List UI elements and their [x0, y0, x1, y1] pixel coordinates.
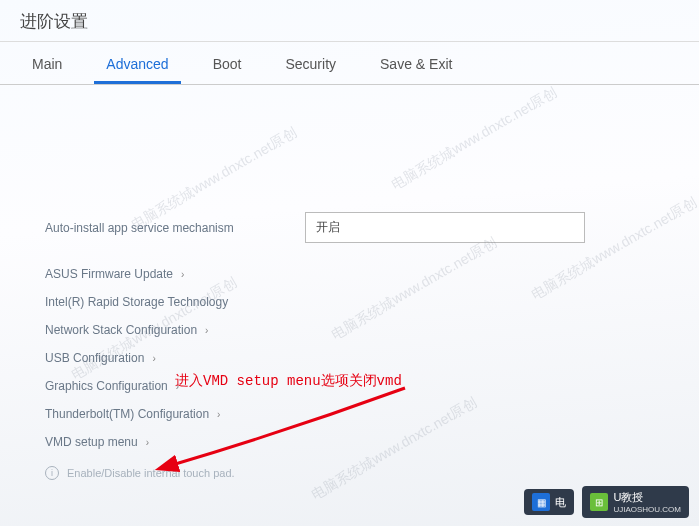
tab-save-exit[interactable]: Save & Exit [358, 42, 474, 84]
row-usb-config[interactable]: USB Configuration › [45, 344, 654, 372]
logo-left: ▦ 电 [524, 489, 574, 515]
auto-install-label: Auto-install app service mechanism [45, 221, 305, 235]
chevron-right-icon: › [146, 437, 149, 448]
annotation-text: 进入VMD setup menu选项关闭vmd [175, 372, 402, 390]
info-icon: i [45, 466, 59, 480]
logo-left-icon: ▦ [532, 493, 550, 511]
tab-main[interactable]: Main [10, 42, 84, 84]
chevron-right-icon: › [217, 409, 220, 420]
logo-right-text: U教授 [613, 491, 643, 503]
tab-bar: Main Advanced Boot Security Save & Exit [0, 42, 699, 85]
vmd-setup-label: VMD setup menu [45, 435, 138, 449]
logo-right-sub: UJIAOSHOU.COM [613, 505, 681, 514]
logo-right: ⊞ U教授 UJIAOSHOU.COM [582, 486, 689, 518]
tab-advanced[interactable]: Advanced [84, 42, 190, 84]
auto-install-value[interactable]: 开启 [305, 212, 585, 243]
logo-left-text: 电 [555, 495, 566, 510]
row-rapid-storage[interactable]: Intel(R) Rapid Storage Technology [45, 288, 654, 316]
row-thunderbolt[interactable]: Thunderbolt(TM) Configuration › [45, 400, 654, 428]
chevron-right-icon: › [205, 325, 208, 336]
logo-right-icon: ⊞ [590, 493, 608, 511]
row-vmd-setup[interactable]: VMD setup menu › [45, 428, 654, 456]
logo-row: ▦ 电 ⊞ U教授 UJIAOSHOU.COM [524, 486, 689, 518]
row-auto-install[interactable]: Auto-install app service mechanism 开启 [45, 205, 654, 250]
tab-boot[interactable]: Boot [191, 42, 264, 84]
thunderbolt-label: Thunderbolt(TM) Configuration [45, 407, 209, 421]
hint-text: Enable/Disable internal touch pad. [67, 467, 235, 479]
row-network-stack[interactable]: Network Stack Configuration › [45, 316, 654, 344]
graphics-config-label: Graphics Configuration [45, 379, 168, 393]
hint-row: i Enable/Disable internal touch pad. [45, 456, 654, 480]
page-title: 进阶设置 [0, 0, 699, 42]
network-stack-label: Network Stack Configuration [45, 323, 197, 337]
tab-security[interactable]: Security [263, 42, 358, 84]
asus-firmware-label: ASUS Firmware Update [45, 267, 173, 281]
settings-content: Auto-install app service mechanism 开启 AS… [0, 85, 699, 500]
chevron-right-icon: › [152, 353, 155, 364]
chevron-right-icon: › [181, 269, 184, 280]
row-asus-firmware[interactable]: ASUS Firmware Update › [45, 260, 654, 288]
rapid-storage-label: Intel(R) Rapid Storage Technology [45, 295, 228, 309]
usb-config-label: USB Configuration [45, 351, 144, 365]
